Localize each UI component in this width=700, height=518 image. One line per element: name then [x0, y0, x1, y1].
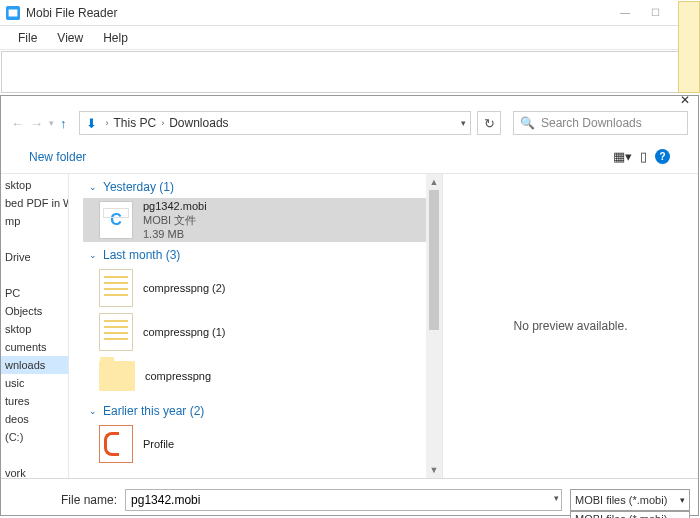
- nav-forward-button[interactable]: →: [30, 116, 43, 131]
- app-title: Mobi File Reader: [26, 6, 610, 20]
- scroll-thumb[interactable]: [429, 190, 439, 330]
- menu-view[interactable]: View: [47, 31, 93, 45]
- nav-back-button[interactable]: ←: [11, 116, 24, 131]
- scroll-down-button[interactable]: ▼: [426, 462, 442, 478]
- preview-pane: No preview available.: [442, 174, 698, 478]
- sidebar-item[interactable]: [1, 266, 68, 284]
- menu-file[interactable]: File: [8, 31, 47, 45]
- minimize-button[interactable]: —: [610, 3, 640, 23]
- sidebar-item[interactable]: Objects: [1, 302, 68, 320]
- sidebar-item[interactable]: (C:): [1, 428, 68, 446]
- group-header[interactable]: ⌄Yesterday (1): [83, 174, 426, 198]
- chevron-down-icon: ⌄: [89, 182, 97, 192]
- open-file-dialog: ✕ ← → ▾ ↑ ⬇ › This PC › Downloads ▾ ↻ 🔍 …: [0, 95, 699, 516]
- sidebar-item[interactable]: wnloads: [1, 356, 68, 374]
- nav-recent-dropdown[interactable]: ▾: [49, 118, 54, 128]
- chevron-right-icon: ›: [161, 118, 164, 128]
- preview-pane-button[interactable]: ▯: [640, 149, 647, 164]
- view-options-button[interactable]: ▦▾: [613, 149, 632, 164]
- search-placeholder: Search Downloads: [541, 116, 642, 130]
- right-panel: [678, 1, 700, 93]
- file-item[interactable]: Profile: [83, 422, 426, 466]
- group-header[interactable]: ⌄Last month (3): [83, 242, 426, 266]
- sidebar-item[interactable]: Drive: [1, 248, 68, 266]
- search-icon: 🔍: [520, 116, 535, 130]
- file-icon: C: [99, 201, 133, 239]
- filename-input[interactable]: [125, 489, 562, 511]
- filetype-dropdown-list[interactable]: MOBI files (*.mobi)PRC files (*.prc)AZW …: [570, 511, 690, 518]
- new-folder-button[interactable]: New folder: [29, 150, 86, 164]
- chevron-down-icon[interactable]: ▾: [461, 118, 466, 128]
- dialog-close-button[interactable]: ✕: [680, 96, 690, 106]
- filetype-select[interactable]: MOBI files (*.mobi) ▾: [570, 489, 690, 511]
- sidebar-item[interactable]: sktop: [1, 320, 68, 338]
- sidebar-item[interactable]: cuments: [1, 338, 68, 356]
- group-header[interactable]: ⌄Earlier this year (2): [83, 398, 426, 422]
- preview-message: No preview available.: [513, 319, 627, 333]
- nav-up-button[interactable]: ↑: [60, 116, 67, 131]
- chevron-down-icon: ⌄: [89, 250, 97, 260]
- filetype-selected: MOBI files (*.mobi): [575, 494, 667, 506]
- sidebar-item[interactable]: [1, 446, 68, 464]
- scroll-up-button[interactable]: ▲: [426, 174, 442, 190]
- sidebar-item[interactable]: deos: [1, 410, 68, 428]
- sidebar-item[interactable]: sktop: [1, 176, 68, 194]
- sidebar-item[interactable]: PC: [1, 284, 68, 302]
- file-item[interactable]: Cpg1342.mobiMOBI 文件1.39 MB: [83, 198, 426, 242]
- file-icon: [99, 425, 133, 463]
- sidebar-item[interactable]: [1, 230, 68, 248]
- file-list[interactable]: ▲ ▼ ⌄Yesterday (1)Cpg1342.mobiMOBI 文件1.3…: [69, 174, 442, 478]
- file-icon: [99, 269, 133, 307]
- chevron-down-icon[interactable]: ▾: [554, 493, 559, 503]
- sidebar-item[interactable]: tures: [1, 392, 68, 410]
- file-icon: [99, 313, 133, 351]
- menubar: File View Help: [0, 26, 700, 50]
- menu-help[interactable]: Help: [93, 31, 138, 45]
- empty-content: [1, 51, 699, 93]
- sidebar-item[interactable]: usic: [1, 374, 68, 392]
- file-item[interactable]: compresspng (2): [83, 266, 426, 310]
- chevron-down-icon: ▾: [680, 495, 685, 505]
- chevron-down-icon: ⌄: [89, 406, 97, 416]
- file-item[interactable]: compresspng: [83, 354, 426, 398]
- sidebar[interactable]: sktopbed PDF in WmpDrivePCObjectssktopcu…: [1, 174, 69, 478]
- sidebar-item[interactable]: bed PDF in W: [1, 194, 68, 212]
- scrollbar[interactable]: ▲ ▼: [426, 174, 442, 478]
- filename-label: File name:: [61, 489, 117, 511]
- breadcrumb-item[interactable]: This PC: [114, 116, 157, 130]
- filetype-option[interactable]: MOBI files (*.mobi): [571, 512, 689, 518]
- maximize-button[interactable]: ☐: [640, 3, 670, 23]
- app-icon: [6, 6, 20, 20]
- breadcrumb[interactable]: ⬇ › This PC › Downloads ▾: [79, 111, 472, 135]
- breadcrumb-item[interactable]: Downloads: [169, 116, 228, 130]
- file-item[interactable]: compresspng (1): [83, 310, 426, 354]
- sidebar-item[interactable]: mp: [1, 212, 68, 230]
- search-input[interactable]: 🔍 Search Downloads: [513, 111, 688, 135]
- titlebar: Mobi File Reader — ☐ ✕: [0, 0, 700, 26]
- refresh-button[interactable]: ↻: [477, 111, 501, 135]
- help-button[interactable]: ?: [655, 149, 670, 164]
- downloads-icon: ⬇: [86, 116, 97, 131]
- folder-icon: [99, 361, 135, 391]
- chevron-right-icon: ›: [106, 118, 109, 128]
- sidebar-item[interactable]: vork: [1, 464, 68, 478]
